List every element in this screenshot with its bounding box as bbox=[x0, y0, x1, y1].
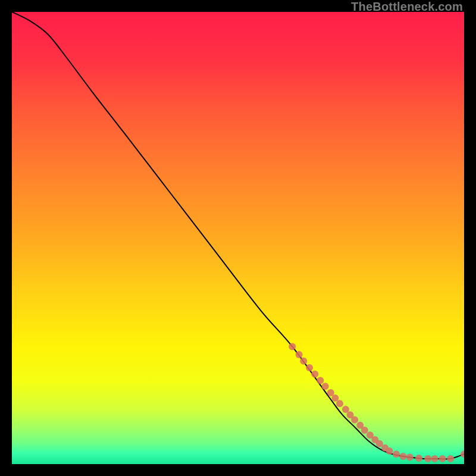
data-point bbox=[296, 351, 303, 358]
data-point bbox=[415, 455, 422, 462]
data-point bbox=[336, 400, 343, 407]
data-point bbox=[431, 455, 439, 462]
plot-area bbox=[12, 12, 464, 464]
data-point bbox=[289, 343, 296, 350]
data-point bbox=[386, 447, 393, 455]
data-point bbox=[300, 358, 307, 365]
chart-svg bbox=[12, 12, 464, 464]
data-point bbox=[424, 455, 431, 462]
data-point bbox=[306, 364, 313, 371]
data-point bbox=[461, 450, 464, 458]
data-point bbox=[393, 450, 400, 458]
data-point bbox=[317, 377, 324, 384]
data-point bbox=[361, 427, 368, 434]
bottleneck-curve bbox=[12, 12, 464, 459]
data-point bbox=[439, 455, 446, 462]
data-point bbox=[399, 453, 406, 460]
data-point bbox=[351, 416, 358, 424]
sample-points bbox=[289, 343, 464, 462]
data-point bbox=[322, 383, 329, 390]
chart-frame: TheBottleneck.com bbox=[0, 0, 476, 476]
data-point bbox=[406, 454, 414, 461]
data-point bbox=[447, 455, 454, 462]
data-point bbox=[311, 371, 318, 378]
